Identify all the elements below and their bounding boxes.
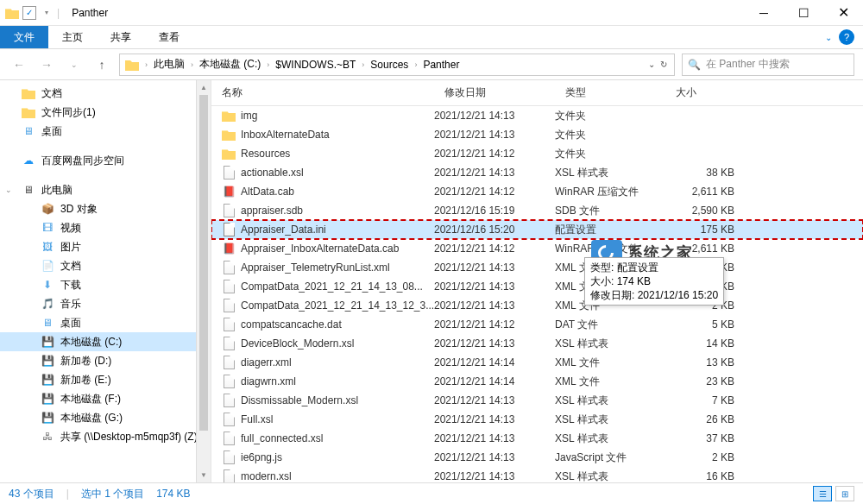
nav-forward-button[interactable]: → <box>36 54 57 75</box>
table-row[interactable]: CompatData_2021_12_21_14_13_12_3... 2021… <box>211 296 863 315</box>
maximize-button[interactable]: ☐ <box>784 0 823 26</box>
file-date: 2021/12/16 15:19 <box>434 205 555 217</box>
nav-recent-dropdown[interactable]: ⌄ <box>64 54 85 75</box>
minimize-button[interactable]: ─ <box>744 0 784 26</box>
bc-folder2[interactable]: Sources <box>369 59 410 71</box>
sidebar-baidu-cloud[interactable]: ☁ 百度网盘同步空间 <box>0 151 211 170</box>
table-row[interactable]: compatscancache.dat 2021/12/21 14:12 DAT… <box>211 315 863 334</box>
table-row[interactable]: Resources 2021/12/21 14:12 文件夹 <box>211 144 863 163</box>
tab-home[interactable]: 主页 <box>48 26 97 48</box>
bc-sep-icon[interactable]: › <box>262 60 274 69</box>
sidebar-quick-item[interactable]: 文件同步(1) <box>0 103 211 122</box>
table-row[interactable]: appraiser.sdb 2021/12/16 15:19 SDB 文件 2,… <box>211 201 863 220</box>
table-row[interactable]: actionable.xsl 2021/12/21 14:13 XSL 样式表 … <box>211 163 863 182</box>
scroll-down-icon[interactable]: ▼ <box>197 468 211 482</box>
table-row[interactable]: Dissmissable_Modern.xsl 2021/12/21 14:13… <box>211 391 863 410</box>
bc-folder3[interactable]: Panther <box>421 59 461 71</box>
table-row[interactable]: ie6png.js 2021/12/21 14:13 JavaScript 文件… <box>211 448 863 467</box>
sidebar-item-label: 桌面 <box>60 316 81 331</box>
sidebar-this-pc[interactable]: ⌄ 🖥 此电脑 <box>0 180 211 199</box>
table-row[interactable]: InboxAlternateData 2021/12/21 14:13 文件夹 <box>211 125 863 144</box>
bc-sep-icon[interactable]: › <box>141 60 152 69</box>
nav-up-button[interactable]: ↑ <box>91 54 112 75</box>
drive-icon: 💾 <box>40 353 55 369</box>
file-name: full_connected.xsl <box>241 432 323 444</box>
sidebar-pc-item[interactable]: 💾本地磁盘 (F:) <box>0 389 211 408</box>
search-input[interactable]: 🔍 在 Panther 中搜索 <box>682 54 854 76</box>
table-row[interactable]: Full.xsl 2021/12/21 14:13 XSL 样式表 26 KB <box>211 410 863 429</box>
tab-file[interactable]: 文件 <box>0 26 48 48</box>
bc-sep-icon[interactable]: › <box>186 60 198 69</box>
titlebar: ✓ ▾ | Panther ─ ☐ ✕ <box>0 0 863 26</box>
breadcrumb[interactable]: › 此电脑 › 本地磁盘 (C:) › $WINDOWS.~BT › Sourc… <box>119 54 675 76</box>
sidebar-pc-item[interactable]: 🖥桌面 <box>0 313 211 332</box>
ribbon-expand-icon[interactable]: ⌄ <box>825 33 832 42</box>
table-row[interactable]: Appraiser_Data.ini 2021/12/16 15:20 配置设置… <box>211 220 863 239</box>
bc-thispc[interactable]: 此电脑 <box>152 57 186 72</box>
sidebar-pc-item[interactable]: 🎞视频 <box>0 218 211 237</box>
refresh-icon[interactable]: ↻ <box>660 60 667 69</box>
file-name: DeviceBlock_Modern.xsl <box>241 337 354 350</box>
bc-sep-icon[interactable]: › <box>410 60 421 69</box>
table-row[interactable]: CompatData_2021_12_21_14_13_08... 2021/1… <box>211 277 863 296</box>
file-name: Full.xsl <box>241 413 273 425</box>
bc-folder1[interactable]: $WINDOWS.~BT <box>274 59 357 71</box>
sidebar-pc-item[interactable]: 💾本地磁盘 (G:) <box>0 408 211 427</box>
scroll-thumb[interactable] <box>199 95 208 431</box>
nav-back-button[interactable]: ← <box>9 54 29 75</box>
file-date: 2021/12/16 15:20 <box>434 224 555 236</box>
xsl-icon <box>222 394 236 407</box>
cloud-icon: ☁ <box>21 153 36 168</box>
bc-drive[interactable]: 本地磁盘 (C:) <box>198 57 262 72</box>
qat-checkbox-icon[interactable]: ✓ <box>22 6 36 20</box>
tab-share[interactable]: 共享 <box>97 26 145 48</box>
sidebar-item-label: 本地磁盘 (G:) <box>60 411 123 425</box>
sidebar-scrollbar[interactable]: ▲ ▼ <box>196 80 211 482</box>
file-icon <box>222 318 236 331</box>
view-details-button[interactable]: ☰ <box>813 486 832 501</box>
table-row[interactable]: modern.xsl 2021/12/21 14:13 XSL 样式表 16 K… <box>211 467 863 482</box>
file-tooltip: 类型: 配置设置 大小: 174 KB 修改日期: 2021/12/16 15:… <box>584 257 724 306</box>
sidebar-pc-item[interactable]: 💾新加卷 (D:) <box>0 351 211 370</box>
sidebar-pc-item[interactable]: 🎵音乐 <box>0 294 211 313</box>
breadcrumb-dropdown-icon[interactable]: ⌄ <box>648 60 655 69</box>
sidebar-item-label: 新加卷 (D:) <box>60 354 111 369</box>
col-type[interactable]: 类型 <box>555 85 665 100</box>
sidebar-pc-item[interactable]: 💾新加卷 (E:) <box>0 370 211 389</box>
qat-dropdown-icon[interactable]: ▾ <box>40 6 54 20</box>
table-row[interactable]: diagwrn.xml 2021/12/21 14:14 XML 文件 23 K… <box>211 372 863 391</box>
tooltip-type: 类型: 配置设置 <box>590 261 718 274</box>
table-row[interactable]: DeviceBlock_Modern.xsl 2021/12/21 14:13 … <box>211 334 863 353</box>
sidebar-pc-item[interactable]: ⬇下载 <box>0 275 211 294</box>
xml-icon <box>222 280 236 293</box>
sidebar-pc-item[interactable]: 🖧共享 (\\Desktop-m5mqp3f) (Z) <box>0 427 211 446</box>
sidebar-quick-item[interactable]: 文档 <box>0 84 211 103</box>
col-size[interactable]: 大小 <box>665 85 743 100</box>
view-icons-button[interactable]: ⊞ <box>835 486 854 501</box>
col-date[interactable]: 修改日期 <box>434 85 555 100</box>
sidebar-pc-item[interactable]: 📦3D 对象 <box>0 199 211 218</box>
table-row[interactable]: 📕Appraiser_InboxAlternateData.cab 2021/1… <box>211 239 863 258</box>
drive-icon: 💾 <box>40 334 55 350</box>
tab-view[interactable]: 查看 <box>145 26 193 48</box>
file-type: 文件夹 <box>555 147 665 161</box>
col-name[interactable]: 名称 <box>211 85 434 100</box>
close-button[interactable]: ✕ <box>823 0 863 26</box>
sidebar-pc-item[interactable]: 🖼图片 <box>0 237 211 256</box>
table-row[interactable]: img 2021/12/21 14:13 文件夹 <box>211 106 863 125</box>
help-icon[interactable]: ? <box>839 29 854 45</box>
expand-icon[interactable]: ⌄ <box>5 186 12 194</box>
sidebar-pc-item[interactable]: 📄文档 <box>0 256 211 275</box>
table-row[interactable]: diagerr.xml 2021/12/21 14:14 XML 文件 13 K… <box>211 353 863 372</box>
table-row[interactable]: full_connected.xsl 2021/12/21 14:13 XSL … <box>211 429 863 448</box>
file-name: Appraiser_TelemetryRunList.xml <box>241 261 390 274</box>
folder-tab-icon[interactable] <box>5 6 19 20</box>
file-type: 文件夹 <box>555 128 665 142</box>
table-row[interactable]: 📕AltData.cab 2021/12/21 14:12 WinRAR 压缩文… <box>211 182 863 201</box>
sidebar-quick-item[interactable]: 🖥桌面 <box>0 122 211 141</box>
file-size: 7 KB <box>665 394 752 406</box>
bc-sep-icon[interactable]: › <box>357 60 369 69</box>
scroll-up-icon[interactable]: ▲ <box>197 80 211 95</box>
sidebar-pc-item[interactable]: 💾本地磁盘 (C:) <box>0 332 211 351</box>
table-row[interactable]: Appraiser_TelemetryRunList.xml 2021/12/2… <box>211 258 863 277</box>
